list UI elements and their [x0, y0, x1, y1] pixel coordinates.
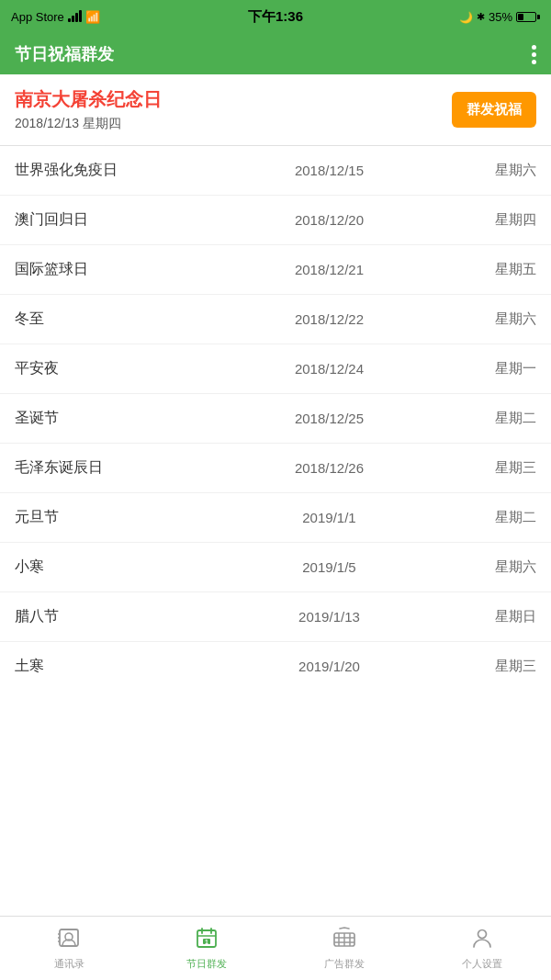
holiday-date: 2018/12/25 [230, 411, 429, 426]
tab-holidays[interactable]: 1 节日群发 [138, 917, 276, 980]
holiday-item[interactable]: 澳门回归日 2018/12/20 星期四 [0, 196, 551, 245]
holiday-date: 2018/12/21 [230, 262, 429, 277]
holiday-item[interactable]: 世界强化免疫日 2018/12/15 星期六 [0, 146, 551, 196]
bluetooth-icon: ✱ [477, 11, 485, 23]
moon-icon: 🌙 [459, 11, 473, 24]
holiday-item[interactable]: 冬至 2018/12/22 星期六 [0, 295, 551, 344]
tab-contacts[interactable]: 通讯录 [0, 917, 138, 980]
tab-bar: 通讯录 1 节日群发 广告群发 个人设置 [0, 916, 551, 980]
holiday-weekday: 星期二 [429, 509, 536, 526]
holiday-weekday: 星期六 [429, 162, 536, 179]
contacts-icon [57, 926, 81, 953]
holiday-name: 腊八节 [15, 607, 230, 626]
wifi-icon: 📶 [85, 10, 100, 24]
holiday-name: 冬至 [15, 310, 230, 329]
contacts-label: 通讯录 [54, 957, 84, 971]
holiday-name: 元旦节 [15, 508, 230, 527]
holiday-date: 2019/1/13 [230, 609, 429, 625]
more-button[interactable] [532, 45, 536, 64]
nav-bar: 节日祝福群发 [0, 34, 551, 74]
ads-icon [332, 926, 356, 953]
battery-icon [516, 12, 540, 22]
holiday-item[interactable]: 圣诞节 2018/12/25 星期二 [0, 394, 551, 444]
holiday-name: 小寒 [15, 558, 230, 577]
send-blessing-button[interactable]: 群发祝福 [452, 92, 536, 128]
holiday-item[interactable]: 国际篮球日 2018/12/21 星期五 [0, 245, 551, 295]
status-right: 🌙 ✱ 35% [459, 10, 540, 24]
holiday-item[interactable]: 元旦节 2019/1/1 星期二 [0, 493, 551, 543]
holiday-weekday: 星期四 [429, 211, 536, 229]
holiday-item[interactable]: 腊八节 2019/1/13 星期日 [0, 592, 551, 642]
holiday-weekday: 星期六 [429, 558, 536, 576]
holiday-date: 2019/1/20 [230, 659, 429, 674]
content-area: 南京大屠杀纪念日 2018/12/13 星期四 群发祝福 世界强化免疫日 201… [0, 74, 551, 755]
holiday-date: 2018/12/22 [230, 311, 429, 327]
battery-percent: 35% [489, 10, 512, 24]
holiday-item[interactable]: 小寒 2019/1/5 星期六 [0, 543, 551, 592]
holidays-label: 节日群发 [186, 957, 227, 971]
holidays-icon: 1 [195, 926, 219, 953]
holiday-date: 2018/12/15 [230, 163, 429, 178]
status-time: 下午1:36 [248, 8, 303, 26]
holiday-item[interactable]: 土寒 2019/1/20 星期三 [0, 642, 551, 691]
holiday-date: 2018/12/20 [230, 212, 429, 228]
svg-text:1: 1 [205, 939, 208, 945]
holiday-weekday: 星期三 [429, 658, 536, 675]
holiday-name: 毛泽东诞辰日 [15, 458, 230, 478]
holiday-weekday: 星期一 [429, 360, 536, 377]
settings-icon [470, 926, 494, 953]
holiday-weekday: 星期二 [429, 410, 536, 427]
holiday-name: 平安夜 [15, 359, 230, 378]
holiday-item[interactable]: 毛泽东诞辰日 2018/12/26 星期三 [0, 444, 551, 493]
holiday-name: 澳门回归日 [15, 210, 230, 230]
featured-name: 南京大屠杀纪念日 [15, 87, 452, 112]
holiday-date: 2018/12/26 [230, 460, 429, 476]
holiday-name: 土寒 [15, 657, 230, 676]
featured-info: 南京大屠杀纪念日 2018/12/13 星期四 [15, 87, 452, 132]
tab-settings[interactable]: 个人设置 [413, 917, 551, 980]
holiday-item[interactable]: 平安夜 2018/12/24 星期一 [0, 344, 551, 394]
holiday-weekday: 星期日 [429, 608, 536, 625]
ads-label: 广告群发 [324, 957, 365, 971]
signal-icon [68, 10, 82, 25]
featured-date: 2018/12/13 星期四 [15, 116, 452, 132]
featured-holiday: 南京大屠杀纪念日 2018/12/13 星期四 群发祝福 [0, 74, 551, 146]
holiday-name: 国际篮球日 [15, 260, 230, 279]
holiday-name: 圣诞节 [15, 409, 230, 428]
holiday-list: 世界强化免疫日 2018/12/15 星期六 澳门回归日 2018/12/20 … [0, 146, 551, 691]
holiday-weekday: 星期六 [429, 310, 536, 328]
status-left: App Store 📶 [11, 10, 100, 25]
holiday-date: 2018/12/24 [230, 361, 429, 377]
status-bar: App Store 📶 下午1:36 🌙 ✱ 35% [0, 0, 551, 34]
app-store-label: App Store [11, 10, 64, 24]
holiday-name: 世界强化免疫日 [15, 161, 230, 180]
nav-title: 节日祝福群发 [15, 43, 114, 65]
holiday-date: 2019/1/5 [230, 559, 429, 575]
svg-point-17 [478, 930, 487, 939]
holiday-date: 2019/1/1 [230, 510, 429, 525]
tab-ads[interactable]: 广告群发 [276, 917, 413, 980]
settings-label: 个人设置 [462, 957, 502, 971]
holiday-weekday: 星期五 [429, 261, 536, 278]
holiday-weekday: 星期三 [429, 459, 536, 477]
